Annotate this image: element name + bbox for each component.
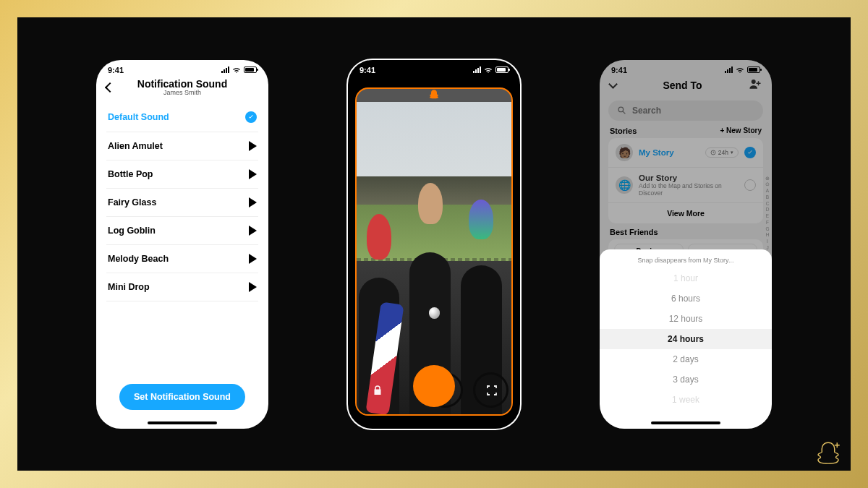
duration-option[interactable]: 6 hours xyxy=(600,288,772,309)
status-indicators xyxy=(221,67,257,74)
play-icon[interactable] xyxy=(249,282,257,292)
sound-option[interactable]: Alien Amulet xyxy=(106,132,258,160)
sound-option-label: Log Goblin xyxy=(108,226,156,236)
phone-send-to: 9:41 Send To Search Stories xyxy=(600,60,772,429)
sound-option[interactable]: Bottle Pop xyxy=(106,160,258,189)
snapchat-plus-icon xyxy=(813,439,843,472)
sound-option-label: Default Sound xyxy=(108,112,169,122)
play-icon[interactable] xyxy=(249,254,257,264)
sound-option[interactable]: Mini Drop xyxy=(106,273,258,301)
sound-options-list: Default SoundAlien AmuletBottle PopFairy… xyxy=(96,103,268,301)
play-icon[interactable] xyxy=(249,169,257,179)
status-bar: 9:41 xyxy=(348,60,520,76)
check-icon xyxy=(245,111,257,123)
sound-option-label: Mini Drop xyxy=(108,282,150,292)
sound-option-label: Fairy Glass xyxy=(108,197,156,207)
phone-notification-sound: 9:41 Notification Sound James Smith Defa… xyxy=(96,60,268,429)
home-indicator xyxy=(651,421,720,424)
duration-option[interactable]: 1 hour xyxy=(600,268,772,288)
home-indicator xyxy=(148,421,217,424)
sound-option[interactable]: Log Goblin xyxy=(106,217,258,245)
sound-option-label: Alien Amulet xyxy=(108,141,163,151)
play-icon[interactable] xyxy=(249,226,257,236)
status-time: 9:41 xyxy=(359,66,375,74)
duration-option[interactable]: 2 days xyxy=(600,349,772,369)
sheet-caption: Snap disappears from My Story... xyxy=(600,257,772,264)
sound-option[interactable]: Melody Beach xyxy=(106,245,258,273)
play-icon[interactable] xyxy=(249,197,257,207)
status-indicators xyxy=(473,67,509,74)
duration-option[interactable]: 1 week xyxy=(600,390,772,410)
wifi-icon xyxy=(484,67,493,74)
sound-option[interactable]: Default Sound xyxy=(106,103,258,132)
sound-option[interactable]: Fairy Glass xyxy=(106,189,258,217)
duration-option[interactable]: 24 hours xyxy=(600,329,772,349)
phone-camera-preview: 9:41 xyxy=(348,60,520,429)
ghost-icon xyxy=(428,89,440,100)
camera-viewport xyxy=(355,87,513,416)
sound-option-label: Bottle Pop xyxy=(108,169,153,179)
status-bar: 9:41 xyxy=(96,60,268,76)
screen1-subtitle: James Smith xyxy=(114,90,251,97)
duration-picker-sheet: Snap disappears from My Story... 1 hour6… xyxy=(600,249,772,429)
capture-button[interactable] xyxy=(413,365,455,407)
screen1-title: Notification Sound xyxy=(114,79,251,90)
phone-row: 9:41 Notification Sound James Smith Defa… xyxy=(0,0,868,488)
lock-icon[interactable] xyxy=(371,384,384,397)
stage: 9:41 Notification Sound James Smith Defa… xyxy=(0,0,868,488)
set-sound-button[interactable]: Set Notification Sound xyxy=(119,384,245,410)
duration-option[interactable]: 12 hours xyxy=(600,309,772,329)
status-time: 9:41 xyxy=(108,66,124,74)
duration-option[interactable]: 3 days xyxy=(600,369,772,390)
sound-option-label: Melody Beach xyxy=(108,254,169,264)
screen1-header: Notification Sound James Smith xyxy=(96,76,268,103)
play-icon[interactable] xyxy=(249,141,257,151)
wifi-icon xyxy=(232,67,241,74)
scan-icon[interactable] xyxy=(485,384,498,397)
